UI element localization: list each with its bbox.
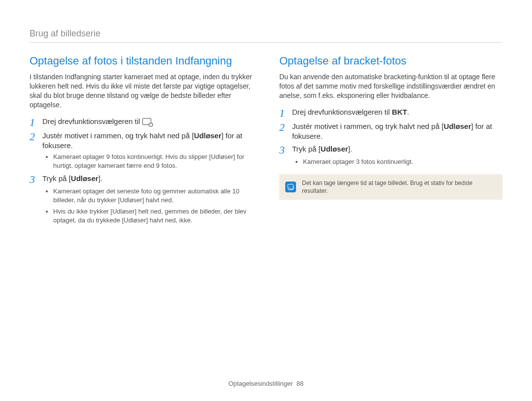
bullet-text: Kameraet optager 9 fotos kontinuerligt. … <box>53 153 211 160</box>
bold-term: Udløser <box>194 131 222 140</box>
bold-term: BKT <box>392 108 407 116</box>
list-item: Kameraet optager 3 fotos kontinuerligt. <box>303 157 502 166</box>
left-intro: I tilstanden Indfangning starter kamerae… <box>30 72 253 110</box>
left-step-3-bullets: Kameraet optager det seneste foto og gem… <box>46 187 253 224</box>
bold-term: Udløser <box>444 122 471 130</box>
step-text: Drej drevfunktionsvælgeren til <box>292 108 392 116</box>
step-number: 1 <box>30 117 37 128</box>
bold-term: Udløser <box>211 153 233 160</box>
step-number: 1 <box>279 107 287 119</box>
right-intro: Du kan anvende den automatiske bracketin… <box>279 72 502 100</box>
left-step-2: 2 Justér motivet i rammen, og tryk halvt… <box>30 131 253 151</box>
step-body: Justér motivet i rammen, og tryk halvt n… <box>292 122 502 142</box>
bold-term: Udløser <box>112 208 135 215</box>
bold-term: Udløser <box>321 145 348 153</box>
note-icon <box>285 182 296 192</box>
left-title: Optagelse af fotos i tilstanden Indfangn… <box>30 54 253 68</box>
bold-term: Udløser <box>124 216 146 224</box>
capture-mode-icon <box>142 118 151 125</box>
page-footer: Optagelsesindstillinger 88 <box>0 379 532 388</box>
step-text: Tryk på [ <box>292 145 321 153</box>
step-text: Drej drevfunktionsvælgeren til <box>42 117 142 125</box>
right-column: Optagelse af bracket-fotos Du kan anvend… <box>279 54 502 228</box>
step-text: Tryk på [ <box>42 174 71 183</box>
note-text: Det kan tage længere tid at tage billede… <box>302 179 497 195</box>
divider <box>30 42 502 43</box>
step-number: 3 <box>30 174 37 185</box>
right-step-3: 3 Tryk på [Udløser]. <box>279 144 502 155</box>
footer-page-number: 88 <box>297 380 303 387</box>
bold-term: Udløser <box>71 174 99 183</box>
left-step-1: 1 Drej drevfunktionsvælgeren til . <box>30 117 253 128</box>
running-head: Brug af billedserie <box>30 28 502 39</box>
step-text: ]. <box>99 174 102 183</box>
step-body: Drej drevfunktionsvælgeren til . <box>42 117 253 128</box>
right-step-3-bullets: Kameraet optager 3 fotos kontinuerligt. <box>296 157 502 166</box>
step-text: ]. <box>348 145 352 153</box>
step-number: 2 <box>279 122 287 142</box>
left-step-2-bullets: Kameraet optager 9 fotos kontinuerligt. … <box>46 153 253 170</box>
step-body: Tryk på [Udløser]. <box>42 174 253 185</box>
step-body: Drej drevfunktionsvælgeren til BKT. <box>292 107 502 119</box>
step-body: Tryk på [Udløser]. <box>292 144 502 155</box>
list-item: Kameraet optager det seneste foto og gem… <box>53 187 253 204</box>
left-step-3: 3 Tryk på [Udløser]. <box>30 174 253 185</box>
step-number: 2 <box>30 131 37 151</box>
list-item: Hvis du ikke trykker [Udløser] helt ned,… <box>53 207 253 224</box>
step-text: Justér motivet i rammen, og tryk halvt n… <box>292 122 444 130</box>
right-step-1: 1 Drej drevfunktionsvælgeren til BKT. <box>279 107 502 119</box>
bullet-text: ] halvt ned. <box>142 196 174 204</box>
bold-term: Udløser <box>120 196 142 204</box>
note-box: Det kan tage længere tid at tage billede… <box>279 174 502 200</box>
content-columns: Optagelse af fotos i tilstanden Indfangn… <box>30 54 502 228</box>
right-step-2: 2 Justér motivet i rammen, og tryk halvt… <box>279 122 502 142</box>
bullet-text: ] halvt ned, ikke. <box>146 216 193 224</box>
page: Brug af billedserie Optagelse af fotos i… <box>0 0 532 401</box>
bullet-text: Hvis du ikke trykker [ <box>53 208 112 215</box>
step-text: Justér motivet i rammen, og tryk halvt n… <box>42 131 194 140</box>
step-text: . <box>407 108 409 116</box>
footer-section: Optagelsesindstillinger <box>229 380 293 387</box>
left-column: Optagelse af fotos i tilstanden Indfangn… <box>30 54 253 228</box>
step-body: Justér motivet i rammen, og tryk halvt n… <box>42 131 253 151</box>
list-item: Kameraet optager 9 fotos kontinuerligt. … <box>53 153 253 170</box>
right-title: Optagelse af bracket-fotos <box>279 54 502 68</box>
step-number: 3 <box>279 144 287 155</box>
